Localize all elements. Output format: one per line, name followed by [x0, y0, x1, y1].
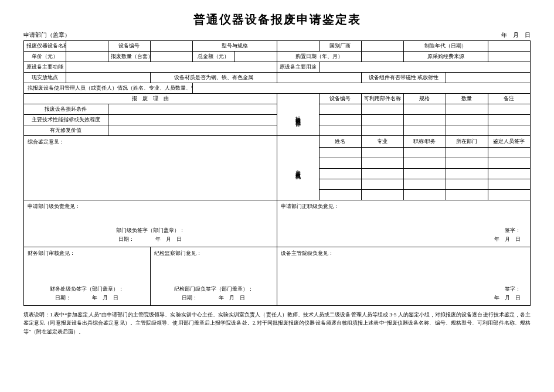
field-fund-source[interactable]: [488, 52, 530, 62]
appr-r2-c1[interactable]: [319, 158, 361, 169]
field-country-maker[interactable]: [361, 41, 403, 52]
appr-r2-c4[interactable]: [446, 158, 488, 169]
header-date: 年 月 日: [501, 31, 531, 39]
sig-b3-title: 财务部门审核意见：: [28, 250, 147, 257]
appr-r4-c2[interactable]: [361, 179, 403, 190]
appr-r3-c4[interactable]: [446, 169, 488, 179]
parts-r3-c2[interactable]: [361, 125, 403, 136]
form-notes: 填表说明：1.表中“参加鉴定人员”由申请部门的主管院级领导、实验实训中心主任、实…: [23, 311, 531, 336]
field-purchase-date[interactable]: [361, 52, 403, 62]
parts-r3-c4[interactable]: [446, 125, 488, 136]
main-form-table: 报废仪器设备名称 设备编号 型号与规格 国别厂商 制造年代（日期） 单价（元） …: [23, 40, 531, 306]
label-reusable-parts-v: 报废设备中可利用部件: [277, 94, 319, 136]
appr-r5-c1[interactable]: [319, 190, 361, 200]
label-main-usage: 原设备主要用途: [277, 62, 319, 73]
sig-b1-date: 日期： 年 月 日: [28, 235, 273, 243]
form-title: 普通仪器设备报废申请鉴定表: [23, 12, 531, 28]
parts-r1-c4[interactable]: [446, 104, 488, 115]
label-material: 设备材质是否为钢、铁、有色金属: [150, 73, 277, 83]
appr-r3-c5[interactable]: [488, 169, 530, 179]
col-title: 职称/职务: [403, 136, 446, 148]
col-part-name: 可利用部件名称: [361, 94, 403, 104]
appr-r1-c4[interactable]: [446, 148, 488, 158]
appr-r1-c5[interactable]: [488, 148, 530, 158]
appr-r2-c2[interactable]: [361, 158, 403, 169]
parts-r2-c4[interactable]: [446, 115, 488, 125]
label-fund-source: 原采购经费来源: [403, 52, 488, 62]
field-unit-price[interactable]: [66, 52, 108, 62]
col-major: 专业: [361, 136, 403, 148]
parts-r3-c5[interactable]: [488, 125, 530, 136]
parts-r1-c1[interactable]: [319, 104, 361, 115]
label-location: 现安放地点: [24, 73, 66, 83]
sig-block-dept-leader[interactable]: 申请部门级负责意见： 部门级负签字（部门盖章）： 日期： 年 月 日: [24, 200, 277, 247]
label-magnetic: 设备组件有否带磁性 或放射性: [361, 73, 446, 83]
field-make-year[interactable]: [488, 41, 530, 52]
parts-r2-c5[interactable]: [488, 115, 530, 125]
field-equip-no[interactable]: [150, 41, 192, 52]
label-repair-value: 有无修复价值: [24, 125, 108, 136]
field-damage-cond[interactable]: [108, 104, 277, 115]
label-appraiser-v: 参加鉴定人员概况: [277, 136, 319, 200]
parts-r1-c5[interactable]: [488, 104, 530, 115]
sig-b3-date: 日期： 年 月 日: [28, 294, 147, 302]
appr-r5-c2[interactable]: [361, 190, 403, 200]
field-location[interactable]: [66, 73, 150, 83]
label-make-year: 制造年代（日期）: [403, 41, 488, 52]
sig-b1-line1: 部门级负签字（部门盖章）：: [28, 226, 273, 234]
label-purchase-date: 购置日期（年、月）: [277, 52, 361, 62]
label-equip-name: 报废仪器设备名称: [24, 41, 66, 52]
appr-r4-c5[interactable]: [488, 179, 530, 190]
field-repair-value[interactable]: [108, 125, 277, 136]
appr-r4-c4[interactable]: [446, 179, 488, 190]
col-remark: 备注: [488, 94, 530, 104]
field-main-function[interactable]: [66, 62, 277, 73]
label-tech-perf: 主要技术性能指标或失效程度: [24, 115, 108, 125]
parts-r2-c2[interactable]: [361, 115, 403, 125]
sig-b4-line1: 纪检部门级负签字（部门盖章）：: [154, 285, 273, 293]
sig-b5-title: 设备主管院级负意见：: [281, 250, 526, 257]
label-unit-price: 单价（元）: [24, 52, 66, 62]
appr-r5-c4[interactable]: [446, 190, 488, 200]
parts-r3-c1[interactable]: [319, 125, 361, 136]
field-magnetic[interactable]: [446, 73, 530, 83]
appr-r3-c3[interactable]: [403, 169, 446, 179]
parts-r1-c3[interactable]: [403, 104, 446, 115]
parts-r2-c1[interactable]: [319, 115, 361, 125]
appr-r2-c3[interactable]: [403, 158, 446, 169]
appr-r1-c1[interactable]: [319, 148, 361, 158]
field-manager-info[interactable]: [192, 83, 530, 94]
col-sign: 鉴定人员签字: [488, 136, 530, 148]
col-spec: 规格: [403, 94, 446, 104]
header-line: 申请部门（盖章） 年 月 日: [23, 31, 531, 39]
parts-r1-c2[interactable]: [361, 104, 403, 115]
sig-b5-date: 年 月 日: [281, 294, 526, 302]
field-material[interactable]: [277, 73, 361, 83]
sig-b2-title: 申请部门正职级负意见：: [281, 203, 526, 210]
field-scrap-qty[interactable]: [150, 52, 192, 62]
field-equip-name[interactable]: [66, 41, 108, 52]
field-model-spec[interactable]: [277, 41, 319, 52]
label-model-spec: 型号与规格: [192, 41, 277, 52]
appr-r1-c2[interactable]: [361, 148, 403, 158]
appr-r1-c3[interactable]: [403, 148, 446, 158]
field-tech-perf[interactable]: [108, 115, 277, 125]
appr-r4-c1[interactable]: [319, 179, 361, 190]
appr-r5-c3[interactable]: [403, 190, 446, 200]
sig-block-equip-head[interactable]: 设备主管院级负意见： 签字： 年 月 日: [277, 247, 530, 306]
parts-r2-c3[interactable]: [403, 115, 446, 125]
field-main-usage[interactable]: [319, 62, 530, 73]
sig-block-finance[interactable]: 财务部门审核意见： 财务处级负签字（部门盖章）： 日期： 年 月 日: [24, 247, 151, 306]
sig-b2-sign: 签字：: [281, 226, 526, 234]
sig-block-dept-head[interactable]: 申请部门正职级负意见： 签字： 年 月 日: [277, 200, 530, 247]
sig-block-discipline[interactable]: 纪检监察部门意见： 纪检部门级负签字（部门盖章）： 日期： 年 月 日: [150, 247, 277, 306]
field-comprehensive-opinion[interactable]: 综合鉴定意见：: [24, 136, 277, 200]
appr-r2-c5[interactable]: [488, 158, 530, 169]
label-main-function: 原设备主要功能: [24, 62, 66, 73]
appr-r4-c3[interactable]: [403, 179, 446, 190]
appr-r3-c2[interactable]: [361, 169, 403, 179]
parts-r3-c3[interactable]: [403, 125, 446, 136]
appr-r5-c5[interactable]: [488, 190, 530, 200]
appr-r3-c1[interactable]: [319, 169, 361, 179]
field-total-amount[interactable]: [234, 52, 277, 62]
